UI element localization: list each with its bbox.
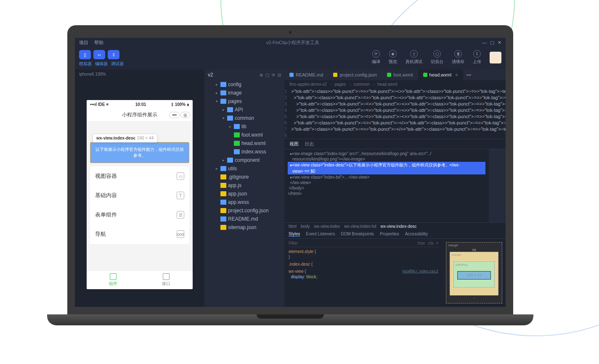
- editor-tab[interactable]: README.md: [284, 69, 328, 80]
- project-root[interactable]: v2: [208, 72, 213, 78]
- add-rule-icon[interactable]: +: [436, 241, 438, 245]
- list-item[interactable]: 基础内容T: [90, 186, 189, 205]
- collapse-icon[interactable]: ⊟: [278, 73, 281, 77]
- minimize-icon[interactable]: —: [482, 40, 487, 45]
- styles-panel[interactable]: Filter :hov .cls + element.style {}.inde…: [284, 239, 443, 307]
- inspector-tooltip: wx-view.index-desc240 × 44: [93, 134, 157, 142]
- editor-tab[interactable]: project.config.json: [328, 69, 382, 80]
- box-model: margin10 border- padding- 240 × 44 - - -: [443, 239, 506, 307]
- capsule-close-icon[interactable]: ◎: [180, 112, 190, 118]
- background-button[interactable]: ▢切后台: [431, 50, 443, 65]
- maximize-icon[interactable]: ▢: [490, 40, 494, 45]
- editor-toggle[interactable]: ‹›: [93, 50, 105, 59]
- simulator-toggle[interactable]: ▯: [79, 50, 91, 59]
- tree-item[interactable]: ▸lib: [204, 122, 284, 131]
- tree-item[interactable]: app.json: [204, 190, 284, 198]
- box-content: 240 × 44: [457, 271, 491, 280]
- styles-subtab[interactable]: Properties: [380, 232, 399, 237]
- tree-item[interactable]: ▾common: [204, 114, 284, 122]
- upload-button[interactable]: ↥上传: [473, 50, 481, 65]
- tree-item[interactable]: app.js: [204, 181, 284, 190]
- tree-item[interactable]: ▸config: [204, 80, 284, 89]
- capsule-menu-icon[interactable]: •••: [169, 112, 180, 118]
- crumb[interactable]: wx-view.index-hd: [344, 224, 376, 229]
- tree-item[interactable]: ▸component: [204, 156, 284, 164]
- crumb[interactable]: fino-applet-demo-v2: [289, 82, 332, 87]
- cls-toggle[interactable]: .cls: [427, 241, 434, 245]
- list-item[interactable]: 表单组件☰: [90, 205, 189, 224]
- tree-item[interactable]: ▾pages: [204, 97, 284, 106]
- simulator-label: 模拟器: [79, 61, 92, 67]
- file-explorer: v2 ⊕ ▢ ⟳ ⊟ ▸config▸image▾pages▸API▾commo…: [204, 69, 284, 307]
- crumb[interactable]: wx-view.index-desc: [380, 224, 416, 229]
- tree-item[interactable]: ▸API: [204, 106, 284, 114]
- ide-window: 项目 帮助 v2-FinClip小程序开发工具 — ▢ ✕ ▯ ‹› ⫴ 模拟器…: [75, 38, 506, 307]
- window-title: v2-FinClip小程序开发工具: [109, 40, 476, 46]
- styles-subtab[interactable]: Accessibility: [405, 232, 428, 237]
- laptop-frame: 项目 帮助 v2-FinClip小程序开发工具 — ▢ ✕ ▯ ‹› ⫴ 模拟器…: [67, 25, 513, 325]
- filter-input[interactable]: Filter: [289, 240, 298, 246]
- highlighted-element[interactable]: 以下将展示小程序官方组件能力，组件样式仅供参考。: [90, 142, 189, 163]
- simulator-pane: iphone6 100% •••ıl IDE ᯤ 10:01 ᛒ 100% ▮ …: [75, 69, 204, 307]
- menubar: 项目 帮助 v2-FinClip小程序开发工具 — ▢ ✕: [75, 38, 506, 47]
- crumb[interactable]: html: [289, 224, 297, 229]
- styles-subtab[interactable]: DOM Breakpoints: [341, 232, 374, 237]
- editor-label: 编辑器: [95, 61, 108, 67]
- tree-item[interactable]: ▸utils: [204, 164, 284, 173]
- list-item[interactable]: 视图容器▭: [90, 166, 189, 186]
- menu-project[interactable]: 项目: [79, 40, 88, 46]
- list-item[interactable]: 导航ooo: [90, 224, 189, 244]
- styles-subtab[interactable]: Styles: [289, 232, 300, 237]
- tab-api[interactable]: 接口: [140, 271, 193, 289]
- styles-subtab[interactable]: Event Listeners: [306, 232, 335, 237]
- tree-item[interactable]: foot.wxml: [204, 131, 284, 139]
- code-editor[interactable]: 12345678 >"tok-attr">>class>>"tok-punct"…: [284, 88, 506, 139]
- tree-item[interactable]: app.wxss: [204, 198, 284, 206]
- tree-item[interactable]: ▸image: [204, 89, 284, 97]
- toolbar: ▯ ‹› ⫴ 模拟器 编辑器 调试器 ⟳编译 ◉预览 ▯真机调试 ▢切后台 🗑清…: [75, 47, 506, 69]
- tree-item[interactable]: index.wxss: [204, 148, 284, 156]
- tree-item[interactable]: sitemap.json: [204, 223, 284, 232]
- device-info[interactable]: iphone6 100%: [75, 69, 204, 79]
- elements-breadcrumb: htmlbodywx-view.indexwx-view.index-hdwx-…: [284, 223, 506, 230]
- phone-preview: •••ıl IDE ᯤ 10:01 ᛒ 100% ▮ 小程序组件展示 ••• ◎…: [87, 100, 193, 289]
- status-time: 10:01: [135, 102, 146, 107]
- debugger-label: 调试器: [111, 61, 124, 67]
- new-file-icon[interactable]: ⊕: [260, 73, 263, 77]
- editor-tab[interactable]: foot.wxml: [382, 69, 418, 80]
- elements-panel[interactable]: ▸<wx-image class="index-logo" src="../re…: [284, 149, 489, 222]
- new-folder-icon[interactable]: ▢: [265, 73, 269, 77]
- tabs-more-icon[interactable]: •••: [463, 69, 475, 80]
- tree-item[interactable]: head.wxml: [204, 139, 284, 148]
- avatar[interactable]: [490, 52, 501, 63]
- crumb[interactable]: common: [353, 82, 374, 87]
- refresh-icon[interactable]: ⟳: [272, 73, 275, 77]
- camera-icon: [289, 31, 292, 34]
- hov-toggle[interactable]: :hov: [417, 241, 425, 245]
- crumb[interactable]: body: [301, 224, 310, 229]
- styles-tabs: StylesEvent ListenersDOM BreakpointsProp…: [284, 230, 506, 239]
- tree-item[interactable]: .gitignore: [204, 173, 284, 181]
- editor-tab[interactable]: head.wxml×: [418, 69, 463, 80]
- devtools-tab-console[interactable]: 日志: [305, 141, 314, 147]
- tab-component[interactable]: 组件: [87, 271, 140, 289]
- devtools-tab-elements[interactable]: 视图: [289, 141, 299, 147]
- remote-debug-button[interactable]: ▯真机调试: [406, 50, 422, 65]
- compile-button[interactable]: ⟳编译: [372, 50, 380, 65]
- preview-button[interactable]: ◉预览: [389, 50, 397, 65]
- editor-tabs: README.mdproject.config.jsonfoot.wxmlhea…: [284, 69, 506, 80]
- crumb[interactable]: head.wxml: [377, 82, 398, 87]
- breadcrumb: fino-applet-demo-v2pagescommonhead.wxml: [284, 80, 506, 88]
- menu-help[interactable]: 帮助: [94, 40, 103, 46]
- tree-item[interactable]: project.config.json: [204, 206, 284, 215]
- crumb[interactable]: pages: [334, 82, 351, 87]
- devtools: 视图 日志 ▸<wx-image class="index-logo" src=…: [284, 139, 506, 307]
- crumb[interactable]: wx-view.index: [314, 224, 340, 229]
- tree-item[interactable]: README.md: [204, 215, 284, 223]
- close-icon[interactable]: ✕: [498, 40, 501, 45]
- phone-statusbar: •••ıl IDE ᯤ 10:01 ᛒ 100% ▮: [87, 100, 193, 109]
- debugger-toggle[interactable]: ⫴: [108, 50, 119, 59]
- clear-cache-button[interactable]: 🗑清缓存: [452, 50, 464, 65]
- phone-tabbar: 组件 接口: [87, 270, 193, 289]
- minimap: [489, 149, 506, 222]
